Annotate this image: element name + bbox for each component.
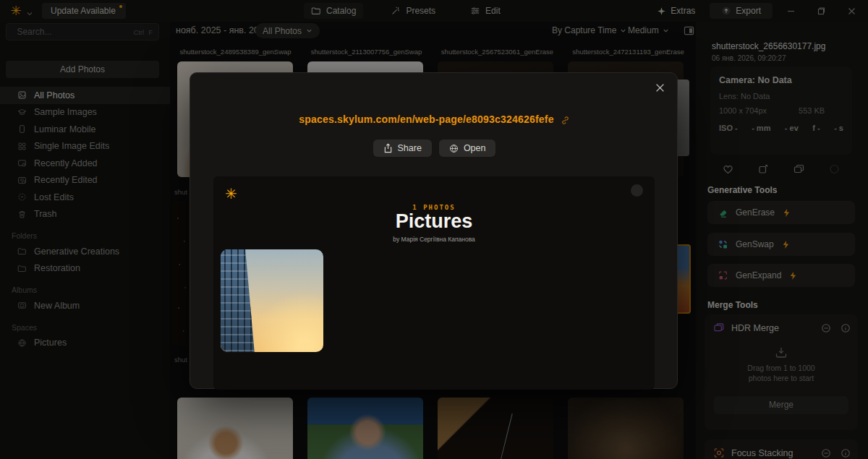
close-icon [655,83,665,93]
modal-close-button[interactable] [651,79,668,96]
avatar[interactable] [631,184,643,197]
share-space-modal: spaces.skylum.com/en/web-page/e8093c3246… [190,72,678,389]
space-title: Pictures [213,210,655,233]
open-button[interactable]: Open [439,140,496,157]
luminar-app-window: ✳ Update Available Catalog Presets Edit [0,0,868,459]
modal-action-row: Share Open [190,140,678,157]
open-button-label: Open [464,143,486,153]
space-photo-thumbnail[interactable] [221,249,323,352]
share-icon [383,143,393,153]
space-preview-card: ✳ 1 PHOTOS Pictures by Марія Сергіївна К… [213,176,655,390]
space-byline: by Марія Сергіївна Капанова [213,236,655,243]
share-url-row: spaces.skylum.com/en/web-page/e8093c3246… [190,113,678,125]
skylum-sun-logo-icon: ✳ [225,185,237,202]
share-button[interactable]: Share [373,140,432,157]
building-graphic [221,249,255,352]
link-icon[interactable] [561,113,570,125]
share-url-link[interactable]: spaces.skylum.com/en/web-page/e8093c3246… [299,113,553,125]
globe-icon [449,144,459,153]
share-button-label: Share [398,143,422,153]
